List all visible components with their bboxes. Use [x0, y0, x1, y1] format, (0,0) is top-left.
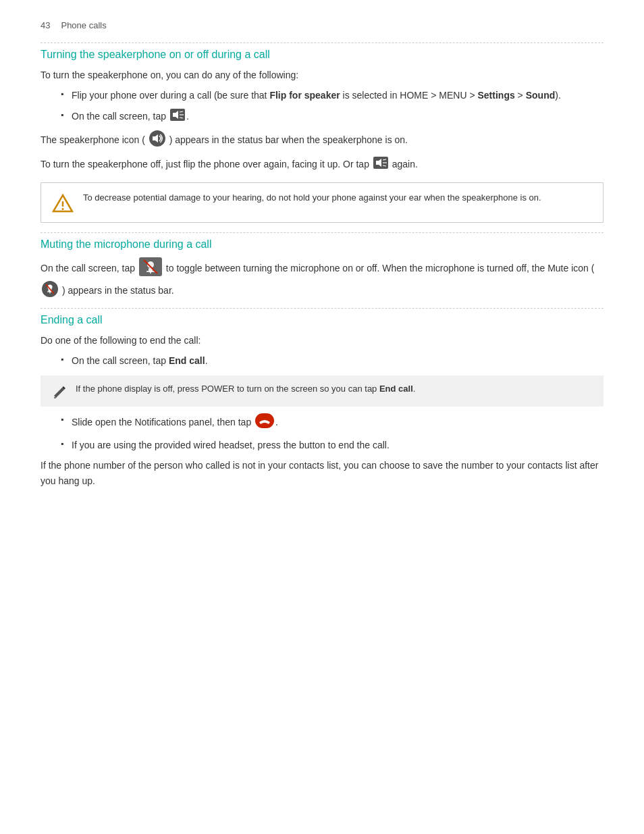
- bold-settings: Settings: [478, 90, 515, 101]
- mute-status-icon: [42, 281, 58, 301]
- speakerphone-turnoff-text: To turn the speakerphone off, just flip …: [41, 157, 603, 173]
- bold-sound: Sound: [526, 90, 556, 101]
- note-text-ending: If the phone display is off, press POWER…: [76, 382, 415, 396]
- mute-button-icon: [139, 257, 162, 280]
- bullet-flip: Flip your phone over during a call (be s…: [61, 88, 603, 103]
- warning-text-speakerphone: To decrease potential damage to your hea…: [83, 191, 541, 205]
- section-speakerphone: Turning the speakerphone on or off durin…: [41, 43, 603, 223]
- ending-bullets-1: On the call screen, tap End call.: [41, 353, 603, 368]
- speaker-button-icon-2: [373, 157, 388, 173]
- warning-box-speakerphone: To decrease potential damage to your hea…: [41, 182, 603, 223]
- warning-triangle-icon: [52, 192, 74, 214]
- section-title-ending: Ending a call: [41, 314, 603, 326]
- page-category: Phone calls: [61, 20, 106, 30]
- end-call-red-icon: [255, 413, 274, 432]
- section-title-muting: Muting the microphone during a call: [41, 238, 603, 251]
- ending-intro: Do one of the following to end the call:: [41, 333, 603, 348]
- page-container: 43 Phone calls Turning the speakerphone …: [0, 0, 644, 522]
- note-box-ending: If the phone display is off, press POWER…: [41, 375, 603, 407]
- bullet-notifications-panel: Slide open the Notifications panel, then…: [61, 413, 603, 432]
- bullet-end-call: On the call screen, tap End call.: [61, 353, 603, 368]
- speakerphone-bullets: Flip your phone over during a call (be s…: [41, 88, 603, 125]
- bold-flip-for-speaker: Flip for speaker: [269, 90, 340, 101]
- speakerphone-status-icon: [149, 130, 165, 151]
- section-divider-3: [41, 308, 603, 309]
- section-divider-1: [41, 43, 603, 43]
- page-number: 43: [41, 20, 50, 30]
- section-divider-2: [41, 232, 603, 233]
- speakerphone-intro: To turn the speakerphone on, you can do …: [41, 68, 603, 82]
- section-title-speakerphone: Turning the speakerphone on or off durin…: [41, 49, 603, 61]
- bold-end-call: End call: [169, 355, 205, 366]
- note-pencil-icon: [51, 384, 68, 400]
- bullet-wired-headset: If you are using the provided wired head…: [61, 438, 603, 452]
- speaker-button-icon: [170, 109, 185, 125]
- ending-bullets-2: Slide open the Notifications panel, then…: [41, 413, 603, 453]
- speakerphone-status-text: The speakerphone icon ( ) appears in the…: [41, 130, 603, 151]
- section-ending: Ending a call Do one of the following to…: [41, 308, 603, 488]
- svg-point-14: [62, 208, 64, 210]
- muting-text: On the call screen, tap to toggle betwee…: [41, 257, 603, 301]
- bold-end-call-note: End call: [379, 384, 413, 394]
- page-header: 43 Phone calls: [41, 20, 603, 30]
- ending-footer: If the phone number of the person who ca…: [41, 458, 603, 488]
- section-muting: Muting the microphone during a call On t…: [41, 232, 603, 301]
- bullet-tap-speaker: On the call screen, tap .: [61, 109, 603, 125]
